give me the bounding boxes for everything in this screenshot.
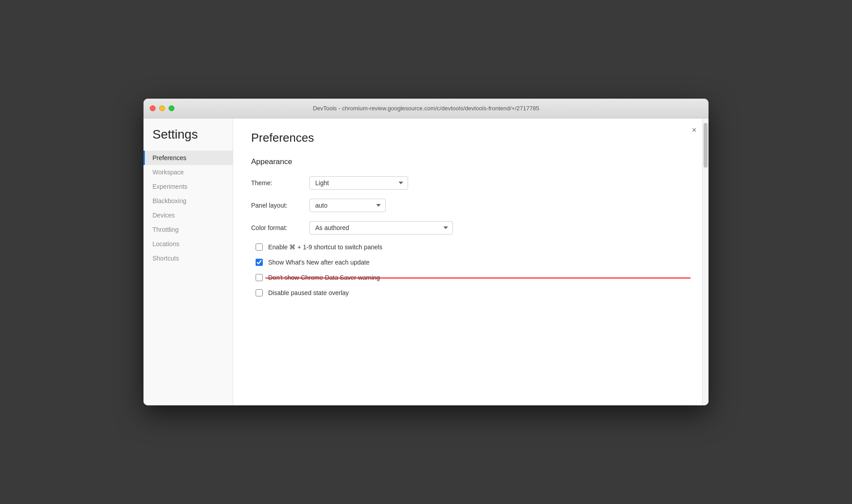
scrollbar[interactable] (702, 118, 709, 405)
sidebar: Settings Preferences Workspace Experimen… (143, 118, 233, 405)
shortcut-switch-row: Enable ⌘ + 1-9 shortcut to switch panels (251, 243, 691, 251)
sidebar-item-blackboxing[interactable]: Blackboxing (143, 194, 233, 208)
section-title: Preferences (251, 131, 691, 145)
panel-layout-select[interactable]: auto horizontal vertical (309, 199, 386, 212)
title-bar: DevTools - chromium-review.googlesource.… (143, 99, 709, 118)
traffic-lights (150, 105, 174, 111)
window-title: DevTools - chromium-review.googlesource.… (313, 105, 539, 112)
mac-window: DevTools - chromium-review.googlesource.… (143, 99, 709, 405)
settings-heading: Settings (143, 127, 233, 151)
settings-container: Settings Preferences Workspace Experimen… (143, 118, 709, 405)
color-format-row: Color format: As authored HEX RGB HSL (251, 221, 691, 235)
sidebar-item-preferences[interactable]: Preferences (143, 151, 233, 165)
sidebar-item-workspace[interactable]: Workspace (143, 165, 233, 179)
sidebar-item-experiments[interactable]: Experiments (143, 179, 233, 194)
data-saver-label: Don't show Chrome Data Saver warning (268, 274, 380, 281)
sidebar-item-shortcuts[interactable]: Shortcuts (143, 251, 233, 265)
close-button[interactable]: × (689, 125, 700, 135)
sidebar-item-throttling[interactable]: Throttling (143, 222, 233, 237)
paused-overlay-row: Disable paused state overlay (251, 289, 691, 296)
theme-row: Theme: Light Dark System preference (251, 176, 691, 190)
whats-new-checkbox[interactable] (256, 259, 263, 266)
data-saver-checkbox[interactable] (256, 274, 263, 281)
theme-label: Theme: (251, 179, 309, 187)
sidebar-item-devices[interactable]: Devices (143, 208, 233, 222)
whats-new-label: Show What's New after each update (268, 259, 369, 266)
data-saver-row: Don't show Chrome Data Saver warning (251, 274, 691, 281)
theme-select[interactable]: Light Dark System preference (309, 176, 408, 190)
main-content: × Preferences Appearance Theme: Light Da… (233, 118, 709, 405)
fullscreen-traffic-light[interactable] (169, 105, 174, 111)
appearance-heading: Appearance (251, 157, 691, 166)
panel-layout-label: Panel layout: (251, 202, 309, 209)
sidebar-item-locations[interactable]: Locations (143, 237, 233, 251)
paused-overlay-checkbox[interactable] (256, 289, 263, 296)
color-format-select[interactable]: As authored HEX RGB HSL (309, 221, 453, 235)
close-traffic-light[interactable] (150, 105, 156, 111)
panel-layout-row: Panel layout: auto horizontal vertical (251, 199, 691, 212)
shortcut-switch-checkbox[interactable] (256, 243, 263, 251)
scrollbar-thumb[interactable] (704, 123, 708, 168)
color-format-label: Color format: (251, 224, 309, 231)
minimize-traffic-light[interactable] (159, 105, 165, 111)
window-content: Settings Preferences Workspace Experimen… (143, 118, 709, 405)
whats-new-row: Show What's New after each update (251, 259, 691, 266)
shortcut-switch-label: Enable ⌘ + 1-9 shortcut to switch panels (268, 243, 383, 251)
paused-overlay-label: Disable paused state overlay (268, 289, 349, 296)
